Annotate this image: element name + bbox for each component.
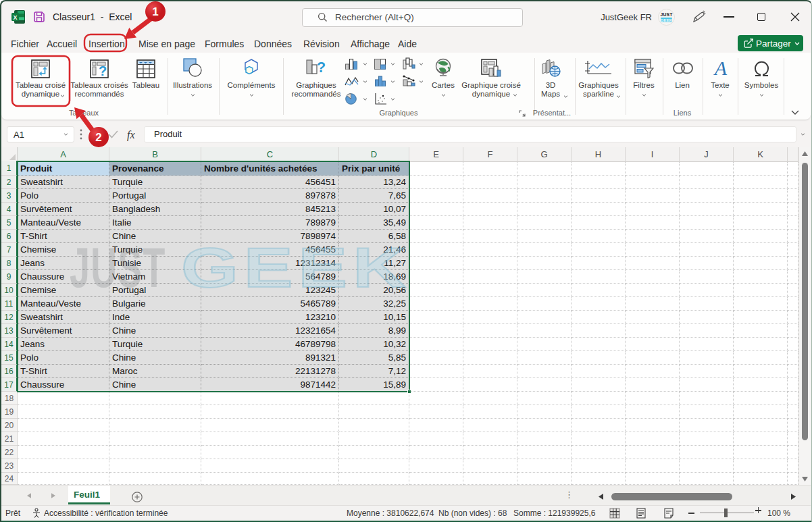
- svg-text:GEEK: GEEK: [661, 18, 673, 22]
- svg-text:?: ?: [99, 63, 107, 78]
- svg-text:A: A: [713, 58, 728, 77]
- svg-text:X: X: [13, 14, 17, 21]
- svg-text:1: 1: [152, 5, 158, 18]
- svg-text:2: 2: [95, 131, 101, 144]
- svg-text:?: ?: [317, 59, 326, 76]
- svg-text:JUST: JUST: [660, 12, 673, 17]
